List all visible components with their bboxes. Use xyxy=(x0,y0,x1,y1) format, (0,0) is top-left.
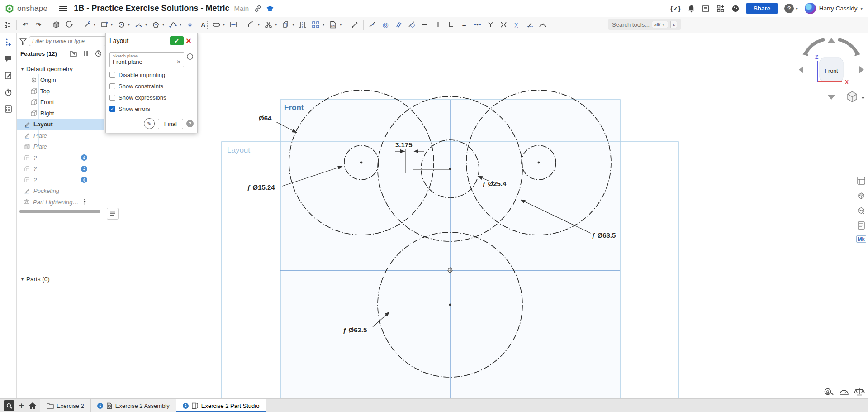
notifications-bell-icon[interactable] xyxy=(688,5,695,13)
view-navigation-cube[interactable]: Z X Front xyxy=(792,31,868,110)
feature-plate-extrude[interactable]: Plate xyxy=(17,141,104,153)
normal-constraint-icon[interactable] xyxy=(486,20,495,29)
user-menu[interactable]: Harry Cassidy ▾ xyxy=(805,3,863,14)
sketch-mode-icon[interactable]: ✎ xyxy=(144,118,155,129)
branch-label[interactable]: Main xyxy=(234,5,249,12)
polygon-tool-icon[interactable] xyxy=(151,20,160,29)
app-store-icon[interactable] xyxy=(716,5,725,13)
filter-input[interactable] xyxy=(29,36,106,46)
line-tool-icon[interactable] xyxy=(82,20,91,29)
search-tools-button[interactable]: Search tools... alt/⌥ c xyxy=(608,19,681,30)
dimension-d635-right[interactable]: ƒ Ø63.5 xyxy=(592,231,616,239)
appearance-panel-icon[interactable] xyxy=(856,191,866,201)
mirror-tool-icon[interactable] xyxy=(298,20,307,29)
isometric-cube-icon[interactable] xyxy=(848,91,857,102)
chevron-down-icon[interactable]: ▾ xyxy=(21,67,24,72)
center-point-bottom[interactable] xyxy=(449,304,451,306)
checklist-panel-icon[interactable] xyxy=(3,104,13,114)
configurations-panel-icon[interactable] xyxy=(856,176,866,186)
feature-panel-hscrollbar[interactable] xyxy=(19,210,100,213)
filter-funnel-icon[interactable] xyxy=(19,38,27,45)
feature-plate-sketch[interactable]: Plate xyxy=(17,130,104,141)
spline-tool-caret-icon[interactable]: ▾ xyxy=(180,23,181,27)
dimension-d254[interactable]: ƒ Ø25.4 xyxy=(482,180,507,187)
rotate-right-arrow-icon[interactable] xyxy=(840,40,860,56)
feature-list-toggle-icon[interactable] xyxy=(3,20,12,29)
center-point-middle[interactable] xyxy=(449,168,451,170)
extrude-icon[interactable] xyxy=(52,20,61,29)
trim-tool-caret-icon[interactable]: ▾ xyxy=(275,23,277,27)
checkbox-disable-imprinting[interactable]: Disable imprinting xyxy=(109,72,194,78)
horizontal-constraint-icon[interactable] xyxy=(420,20,429,29)
rotate-up-arrow-icon[interactable] xyxy=(828,38,835,43)
rotate-right-step-icon[interactable] xyxy=(859,66,864,73)
expression-constraint-icon[interactable]: ∑ xyxy=(512,20,521,29)
history-stopwatch-icon[interactable] xyxy=(3,87,13,97)
slot-tool-icon[interactable] xyxy=(212,20,221,29)
onshape-logo[interactable]: onshape xyxy=(0,4,47,14)
rotate-left-step-icon[interactable] xyxy=(799,66,803,73)
coincident-constraint-icon[interactable] xyxy=(368,20,377,29)
feature-part-lightening[interactable]: Part Lightening - ? ... xyxy=(17,196,104,208)
midpoint-constraint-icon[interactable] xyxy=(473,20,482,29)
feature-unknown-2[interactable]: ? xyxy=(17,163,104,175)
feedback-survey-icon[interactable] xyxy=(702,5,710,13)
sketch-plane-field[interactable]: Sketch plane Front plane ✕ xyxy=(109,52,184,67)
update-badge-icon[interactable] xyxy=(81,154,87,161)
suppress-pause-icon[interactable] xyxy=(82,50,90,57)
concentric-constraint-icon[interactable]: ◎ xyxy=(381,20,390,29)
bom-panel-icon[interactable] xyxy=(856,220,866,230)
dimension-d635-bottom[interactable]: ƒ Ø63.5 xyxy=(343,326,367,334)
featurescript-icon[interactable]: {✓} xyxy=(670,5,681,12)
checkbox-show-errors[interactable]: ✓ Show errors xyxy=(109,105,194,112)
linear-pattern-icon[interactable] xyxy=(311,20,320,29)
revolve-icon[interactable] xyxy=(65,20,74,29)
offset-tool-icon[interactable] xyxy=(281,20,290,29)
selection-list-button[interactable] xyxy=(107,208,119,220)
arc-tool-caret-icon[interactable]: ▾ xyxy=(145,23,147,27)
mkcad-app-icon[interactable]: Mk xyxy=(856,235,866,243)
parts-section-header[interactable]: ▾ Parts (0) xyxy=(17,273,104,284)
new-tab-icon[interactable]: + xyxy=(19,401,24,411)
trim-tool-icon[interactable] xyxy=(264,20,273,29)
line-tool-caret-icon[interactable]: ▾ xyxy=(94,23,95,27)
pierce-constraint-icon[interactable] xyxy=(525,20,534,29)
curvature-constraint-icon[interactable] xyxy=(538,20,547,29)
parallel-constraint-icon[interactable] xyxy=(394,20,403,29)
dimension-tool-icon[interactable] xyxy=(229,20,238,29)
feature-origin[interactable]: Origin xyxy=(17,75,104,86)
rectangle-tool-icon[interactable] xyxy=(100,20,109,29)
feature-plane-front[interactable]: Front xyxy=(17,97,104,108)
tab-search-icon[interactable] xyxy=(4,400,14,411)
variable-pin-icon[interactable] xyxy=(82,199,87,205)
feature-unknown-1[interactable]: ? xyxy=(17,152,104,163)
notes-edit-icon[interactable] xyxy=(3,71,13,81)
update-badge-icon[interactable] xyxy=(81,166,87,172)
view-menu-caret-icon[interactable] xyxy=(861,97,865,99)
feature-group-default-geometry[interactable]: ▾ Default geometry xyxy=(17,63,104,75)
tab-exercise-2-folder[interactable]: Exercise 2 xyxy=(40,399,91,412)
protractor-icon[interactable] xyxy=(839,388,849,398)
feature-unknown-3[interactable]: ? xyxy=(17,174,104,186)
document-menu-icon[interactable] xyxy=(59,6,67,11)
new-folder-icon[interactable] xyxy=(70,50,77,57)
vertical-constraint-icon[interactable] xyxy=(433,20,442,29)
insert-variable-icon[interactable] xyxy=(3,37,13,47)
sketch-text-tool-icon[interactable]: A xyxy=(199,21,208,29)
checkbox-show-constraints[interactable]: Show constraints xyxy=(109,83,194,90)
checkbox-show-expressions[interactable]: Show expressions xyxy=(109,94,194,101)
final-button[interactable]: Final xyxy=(158,119,183,129)
slot-tool-caret-icon[interactable]: ▾ xyxy=(223,23,225,27)
learning-center-icon[interactable] xyxy=(266,5,274,12)
clear-selection-icon[interactable]: ✕ xyxy=(176,59,181,65)
circle-tool-icon[interactable] xyxy=(117,20,126,29)
dimension-d1524[interactable]: ƒ Ø15.24 xyxy=(247,183,275,191)
undo-icon[interactable]: ↶ xyxy=(21,20,30,29)
feature-plane-right[interactable]: Right xyxy=(17,108,104,119)
cancel-button[interactable]: ✕ xyxy=(184,36,194,45)
feature-layout-sketch[interactable]: Layout xyxy=(17,119,104,130)
update-badge-icon[interactable] xyxy=(81,177,87,183)
dimension-d3175[interactable]: 3.175 xyxy=(395,141,413,149)
import-dxf-icon[interactable]: DXF xyxy=(328,20,337,29)
spline-tool-icon[interactable] xyxy=(168,20,177,29)
